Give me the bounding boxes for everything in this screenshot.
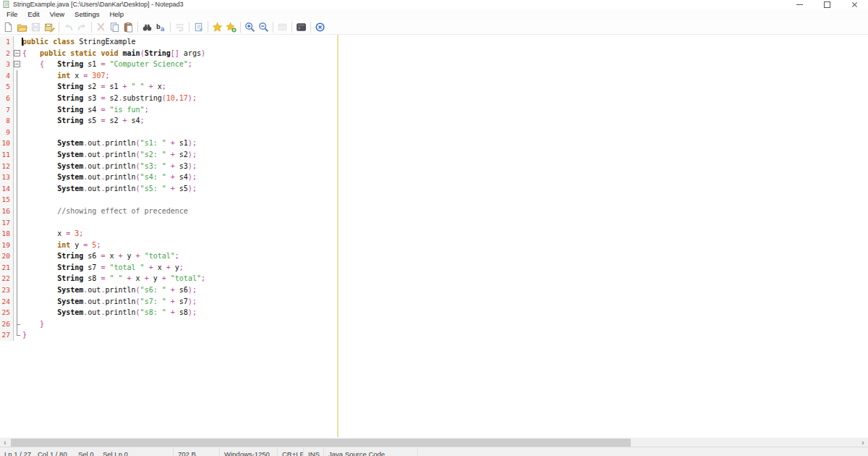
line-number[interactable]: 27 — [0, 329, 14, 341]
add-favorites-button[interactable] — [224, 20, 238, 34]
code-line-text[interactable]: x = 3; — [21, 228, 83, 240]
new-file-button[interactable] — [1, 20, 15, 34]
line-number[interactable]: 18 — [0, 228, 14, 240]
line-number[interactable]: 5 — [0, 81, 14, 93]
line-number[interactable]: 12 — [0, 161, 14, 172]
menu-view[interactable]: View — [45, 9, 69, 19]
code-line: 14 System.out.println("s5: " + s5); — [0, 183, 868, 195]
status-scheme[interactable]: Java Source Code — [324, 447, 418, 456]
code-line-text[interactable]: System.out.println("s7: " + s7); — [21, 296, 197, 308]
code-line-text[interactable]: System.out.println("s1: " + s1); — [21, 138, 197, 149]
line-number[interactable]: 21 — [0, 262, 14, 274]
line-number[interactable]: 16 — [0, 206, 14, 217]
undo-button[interactable] — [61, 20, 75, 34]
horizontal-scrollbar[interactable]: ‹ › — [0, 437, 868, 447]
line-number[interactable]: 7 — [0, 104, 14, 116]
code-line-text[interactable]: System.out.println("s6: " + s6); — [21, 284, 197, 296]
close-button[interactable] — [841, 0, 868, 9]
line-number[interactable]: 14 — [0, 183, 14, 195]
code-line-text[interactable]: System.out.println("s4: " + s4); — [21, 172, 197, 183]
code-line-text[interactable]: public class StringExample — [21, 36, 136, 48]
line-number[interactable]: 26 — [0, 318, 14, 330]
code-line-text[interactable]: System.out.println("s3: " + s3); — [21, 161, 197, 172]
code-line: 3 { String s1 = "Computer Science"; — [0, 59, 868, 70]
code-line-text[interactable]: String s3 = s2.substring(10,17); — [21, 93, 197, 104]
fold-toggle[interactable] — [14, 48, 21, 59]
code-line-text[interactable]: //showing effect of precedence — [21, 206, 188, 217]
code-line-text[interactable]: String s4 = "is fun"; — [21, 104, 149, 116]
code-line-text[interactable]: { String s1 = "Computer Science"; — [21, 59, 192, 70]
fold-margin — [14, 262, 21, 274]
code-line-text[interactable]: { public static void main(String[] args) — [21, 48, 205, 59]
line-number[interactable]: 11 — [0, 149, 14, 161]
line-number[interactable]: 3 — [0, 59, 14, 70]
line-number[interactable]: 22 — [0, 273, 14, 284]
fold-margin — [14, 36, 21, 48]
code-line-text[interactable]: int y = 5; — [21, 240, 101, 251]
menu-settings[interactable]: Settings — [69, 9, 104, 19]
line-number[interactable]: 17 — [0, 217, 14, 229]
code-line-text[interactable]: System.out.println("s2: " + s2); — [21, 149, 197, 161]
redo-button[interactable] — [75, 20, 89, 34]
code-line-text[interactable]: } — [21, 318, 44, 330]
status-encoding[interactable]: Windows-1250 — [220, 447, 278, 456]
replace-button[interactable]: ba — [154, 20, 168, 34]
zoom-out-icon — [258, 22, 269, 33]
menu-help[interactable]: Help — [104, 9, 129, 19]
line-number[interactable]: 8 — [0, 115, 14, 127]
copy-button[interactable] — [108, 20, 122, 34]
console-button[interactable] — [294, 20, 308, 34]
code-line-text[interactable]: String s6 = x + y + "total"; — [21, 250, 179, 262]
line-number[interactable]: 10 — [0, 138, 14, 149]
word-wrap-button[interactable] — [173, 20, 187, 34]
line-number[interactable]: 24 — [0, 296, 14, 308]
code-line-text[interactable]: int x = 307; — [21, 70, 109, 82]
code-line-text[interactable]: } — [21, 329, 27, 341]
line-number[interactable]: 15 — [0, 194, 14, 206]
code-line-text[interactable] — [21, 127, 22, 138]
status-insert-mode[interactable]: INS — [304, 447, 324, 456]
status-line-ending[interactable]: CR+LF — [278, 447, 304, 456]
line-number[interactable]: 6 — [0, 93, 14, 104]
menu-file[interactable]: File — [1, 9, 22, 19]
paste-button[interactable] — [122, 20, 135, 34]
menu-edit[interactable]: Edit — [22, 9, 44, 19]
browse-button[interactable] — [192, 20, 205, 34]
favorites-button[interactable] — [210, 20, 224, 34]
line-number[interactable]: 25 — [0, 307, 14, 318]
zoom-in-button[interactable] — [243, 20, 257, 34]
line-number[interactable]: 13 — [0, 172, 14, 183]
fold-line — [17, 104, 17, 116]
line-number[interactable]: 19 — [0, 240, 14, 251]
settings-window-button[interactable] — [276, 20, 289, 34]
minimize-button[interactable] — [786, 0, 813, 9]
code-line-text[interactable]: String s8 = " " + x + y + "total"; — [21, 273, 205, 284]
line-number[interactable]: 20 — [0, 250, 14, 262]
code-line-text[interactable] — [21, 194, 22, 206]
status-cursor-info[interactable]: Ln 1 / 27Col 1 / 80Sel 0Sel Ln 0 — [0, 447, 174, 456]
line-number[interactable]: 2 — [0, 48, 14, 59]
code-line-text[interactable]: System.out.println("s5: " + s5); — [21, 183, 197, 195]
line-number[interactable]: 9 — [0, 127, 14, 138]
code-line-text[interactable]: String s5 = s2 + s4; — [21, 115, 145, 127]
editor[interactable]: 1public class StringExample2{ public sta… — [0, 35, 868, 437]
maximize-button[interactable] — [813, 0, 841, 9]
code-line-text[interactable] — [21, 217, 22, 229]
zoom-out-button[interactable] — [257, 20, 271, 34]
scrollbar-thumb[interactable] — [11, 439, 631, 447]
fold-line — [17, 206, 17, 217]
open-file-button[interactable] — [15, 20, 29, 34]
code-line-text[interactable]: String s2 = s1 + " " + x; — [21, 81, 166, 93]
fold-toggle[interactable] — [14, 59, 21, 70]
cut-button[interactable] — [94, 20, 108, 34]
line-number[interactable]: 1 — [0, 36, 14, 48]
line-number[interactable]: 4 — [0, 70, 14, 82]
code-line-text[interactable]: System.out.println("s8: " + s8); — [21, 307, 197, 318]
code-line-text[interactable]: String s7 = "total " + x + y; — [21, 262, 184, 274]
exit-button[interactable] — [313, 20, 327, 34]
line-number[interactable]: 23 — [0, 284, 14, 296]
save-file-button[interactable] — [29, 20, 43, 34]
status-file-size[interactable]: 702 B — [174, 447, 220, 456]
save-file-as-button[interactable] — [43, 20, 56, 34]
find-button[interactable] — [140, 20, 154, 34]
